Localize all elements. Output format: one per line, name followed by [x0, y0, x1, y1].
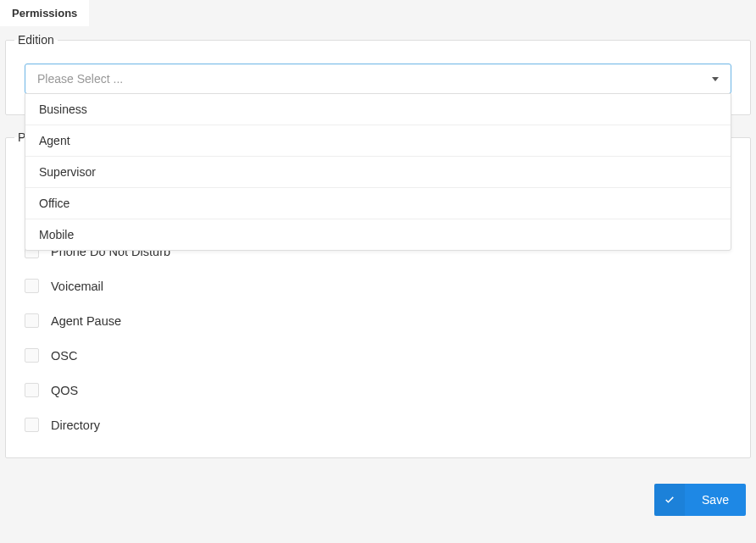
edition-dropdown: Business Agent Supervisor Office Mobile	[25, 93, 731, 251]
page-root: Permissions Edition Please Select ... Bu…	[0, 0, 756, 516]
edition-option-business[interactable]: Business	[25, 94, 731, 125]
edition-option-office[interactable]: Office	[25, 187, 731, 219]
checkbox-osc[interactable]	[25, 348, 39, 363]
chevron-down-icon	[712, 77, 719, 81]
permission-row: Directory	[25, 407, 731, 442]
permission-row: Agent Pause	[25, 303, 731, 338]
edition-section: Edition Please Select ... Business Agent…	[5, 33, 751, 115]
content-area: Edition Please Select ... Business Agent…	[0, 26, 756, 516]
permission-label: Directory	[51, 418, 100, 432]
save-button-label: Save	[685, 493, 746, 507]
edition-select[interactable]: Please Select ...	[25, 64, 731, 94]
permission-row: OSC	[25, 338, 731, 373]
save-button[interactable]: Save	[654, 484, 746, 516]
tab-permissions[interactable]: Permissions	[0, 0, 89, 26]
permission-label: Voicemail	[51, 280, 103, 293]
checkbox-agent-pause[interactable]	[25, 313, 39, 328]
tab-bar: Permissions	[0, 0, 756, 26]
permission-label: OSC	[51, 349, 77, 363]
edition-select-placeholder: Please Select ...	[37, 72, 123, 86]
check-icon	[654, 484, 685, 516]
edition-select-wrapper: Please Select ... Business Agent Supervi…	[6, 47, 750, 114]
checkbox-qos[interactable]	[25, 383, 39, 397]
checkbox-directory[interactable]	[25, 418, 39, 432]
checkbox-voicemail[interactable]	[25, 279, 39, 293]
edition-legend: Edition	[14, 33, 58, 47]
edition-option-agent[interactable]: Agent	[25, 125, 731, 156]
button-row: Save	[5, 474, 751, 516]
permission-label: QOS	[51, 384, 78, 397]
edition-option-supervisor[interactable]: Supervisor	[25, 156, 731, 187]
edition-option-mobile[interactable]: Mobile	[25, 219, 731, 250]
permission-label: Agent Pause	[51, 314, 121, 328]
permission-row: Voicemail	[25, 269, 731, 303]
permission-row: QOS	[25, 373, 731, 407]
